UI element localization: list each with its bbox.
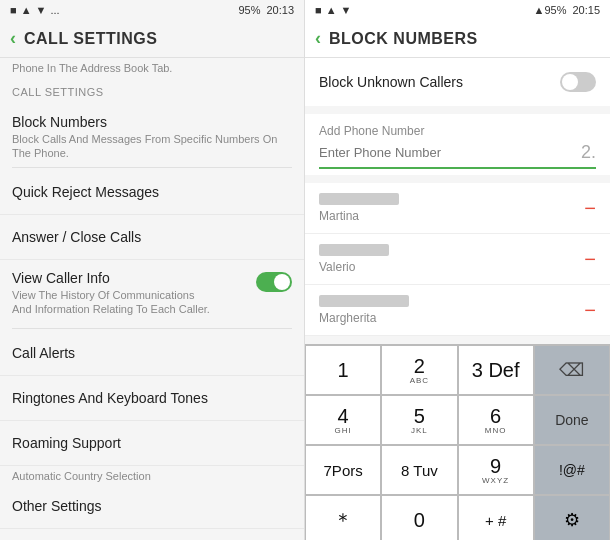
numpad-key-3[interactable]: 3 Def: [458, 345, 534, 395]
right-icon1: ■: [315, 4, 322, 16]
menu-item-other[interactable]: Other Settings: [0, 484, 304, 529]
blocked-name-2: Margherita: [319, 311, 574, 325]
numpad-key-special[interactable]: !@#: [534, 445, 610, 495]
remove-blocked-0[interactable]: −: [584, 197, 596, 220]
right-time: 20:15: [572, 4, 600, 16]
left-status-bar: ■ ▲ ▼ ... 95% 20:13: [0, 0, 304, 20]
blocked-bar-0: Martina: [319, 193, 574, 223]
numpad-key-4[interactable]: 4 GHI: [305, 395, 381, 445]
numpad-key-8[interactable]: 8 Tuv: [381, 445, 457, 495]
block-unknown-label: Block Unknown Callers: [319, 74, 463, 90]
done-button[interactable]: Done: [534, 395, 610, 445]
right-icon2: ▲: [326, 4, 337, 16]
backspace-icon: ⌫: [559, 359, 584, 381]
left-battery: 95%: [238, 4, 260, 16]
left-icon3: ▼: [36, 4, 47, 16]
numpad-key-1[interactable]: 1: [305, 345, 381, 395]
numpad-key-plus-hash[interactable]: + #: [458, 495, 534, 540]
view-caller-info-text: View Caller Info View The History Of Com…: [12, 270, 212, 317]
blocked-name-0: Martina: [319, 209, 574, 223]
numpad-key-6[interactable]: 6 MNO: [458, 395, 534, 445]
numpad-key-star[interactable]: ＊: [305, 495, 381, 540]
add-phone-section: Add Phone Number 2.: [305, 114, 610, 175]
block-unknown-row: Block Unknown Callers: [305, 58, 610, 106]
numpad-row-3: ＊ 0 + # ⚙: [305, 495, 610, 540]
menu-item-roaming[interactable]: Roaming Support: [0, 421, 304, 466]
blocked-item-0: Martina −: [305, 183, 610, 234]
menu-item-ringtones[interactable]: Ringtones And Keyboard Tones: [0, 376, 304, 421]
blocked-bar-visual-1: [319, 244, 389, 256]
numpad-key-0[interactable]: 0: [381, 495, 457, 540]
add-phone-suffix: 2.: [581, 142, 596, 163]
numpad-row-2: 7Pors 8 Tuv 9 WXYZ !@#: [305, 445, 610, 495]
menu-item-quick-reject[interactable]: Quick Reject Messages: [0, 170, 304, 215]
left-status-right: 95% 20:13: [238, 4, 294, 16]
remove-blocked-2[interactable]: −: [584, 299, 596, 322]
blocked-bar-visual-2: [319, 295, 409, 307]
phone-number-input[interactable]: [319, 145, 573, 160]
right-signal: ▲95%: [534, 4, 567, 16]
blocked-item-1: Valerio −: [305, 234, 610, 285]
view-caller-subtitle: View The History Of Communications And I…: [12, 288, 212, 317]
blocked-name-1: Valerio: [319, 260, 574, 274]
blocked-bar-1: Valerio: [319, 244, 574, 274]
view-caller-title: View Caller Info: [12, 270, 212, 286]
view-caller-toggle[interactable]: [256, 272, 292, 292]
left-header-title: CALL SETTINGS: [24, 30, 157, 48]
auto-country-label: Automatic Country Selection: [0, 466, 304, 484]
left-icon2: ▲: [21, 4, 32, 16]
block-unknown-toggle[interactable]: [560, 72, 596, 92]
right-status-right: ▲95% 20:15: [534, 4, 600, 16]
right-header: ‹ BLOCK NUMBERS: [305, 20, 610, 58]
numpad-key-5[interactable]: 5 JKL: [381, 395, 457, 445]
backspace-button[interactable]: ⌫: [534, 345, 610, 395]
menu-item-answer-close[interactable]: Answer / Close Calls: [0, 215, 304, 260]
block-numbers-title: Block Numbers: [12, 114, 292, 130]
view-caller-info-row: View Caller Info View The History Of Com…: [0, 260, 304, 327]
right-panel: ■ ▲ ▼ ▲95% 20:15 ‹ BLOCK NUMBERS Block U…: [305, 0, 610, 540]
right-back-arrow[interactable]: ‹: [315, 28, 321, 49]
menu-item-call-alerts[interactable]: Call Alerts: [0, 331, 304, 376]
blocked-list: Martina − Valerio − Margherita −: [305, 183, 610, 336]
blocked-bar-2: Margherita: [319, 295, 574, 325]
divider1: [12, 167, 292, 168]
numpad-row-1: 4 GHI 5 JKL 6 MNO Done: [305, 395, 610, 445]
block-content: Block Unknown Callers Add Phone Number 2…: [305, 58, 610, 540]
numpad-key-7[interactable]: 7Pors: [305, 445, 381, 495]
done-label: Done: [555, 412, 588, 428]
remove-blocked-1[interactable]: −: [584, 248, 596, 271]
blocked-item-2: Margherita −: [305, 285, 610, 336]
add-phone-label: Add Phone Number: [319, 124, 596, 138]
block-numbers-subtitle: Block Calls And Messages From Specific N…: [12, 132, 292, 161]
left-back-arrow[interactable]: ‹: [10, 28, 16, 49]
settings-icon: ⚙: [564, 509, 580, 531]
numpad: 1 2 ABC 3 Def ⌫ 4 GHI: [305, 344, 610, 540]
right-header-title: BLOCK NUMBERS: [329, 30, 478, 48]
left-dots: ...: [50, 4, 59, 16]
left-content: Phone In The Address Book Tab. CALL SETT…: [0, 58, 304, 540]
left-header: ‹ CALL SETTINGS: [0, 20, 304, 58]
left-icon1: ■: [10, 4, 17, 16]
divider2: [12, 328, 292, 329]
left-section-label: CALL SETTINGS: [0, 76, 304, 102]
add-phone-row: 2.: [319, 142, 596, 169]
left-status-icons: ■ ▲ ▼ ...: [10, 4, 60, 16]
right-status-icons: ■ ▲ ▼: [315, 4, 351, 16]
numpad-key-9[interactable]: 9 WXYZ: [458, 445, 534, 495]
menu-item-block-numbers[interactable]: Block Numbers Block Calls And Messages F…: [0, 102, 304, 165]
left-subtitle: Phone In The Address Book Tab.: [0, 58, 304, 76]
right-status-bar: ■ ▲ ▼ ▲95% 20:15: [305, 0, 610, 20]
blocked-bar-visual-0: [319, 193, 399, 205]
right-icon3: ▼: [341, 4, 352, 16]
numpad-key-2[interactable]: 2 ABC: [381, 345, 457, 395]
left-panel: ■ ▲ ▼ ... 95% 20:13 ‹ CALL SETTINGS Phon…: [0, 0, 305, 540]
left-time: 20:13: [266, 4, 294, 16]
numpad-row-0: 1 2 ABC 3 Def ⌫: [305, 345, 610, 395]
settings-button[interactable]: ⚙: [534, 495, 610, 540]
